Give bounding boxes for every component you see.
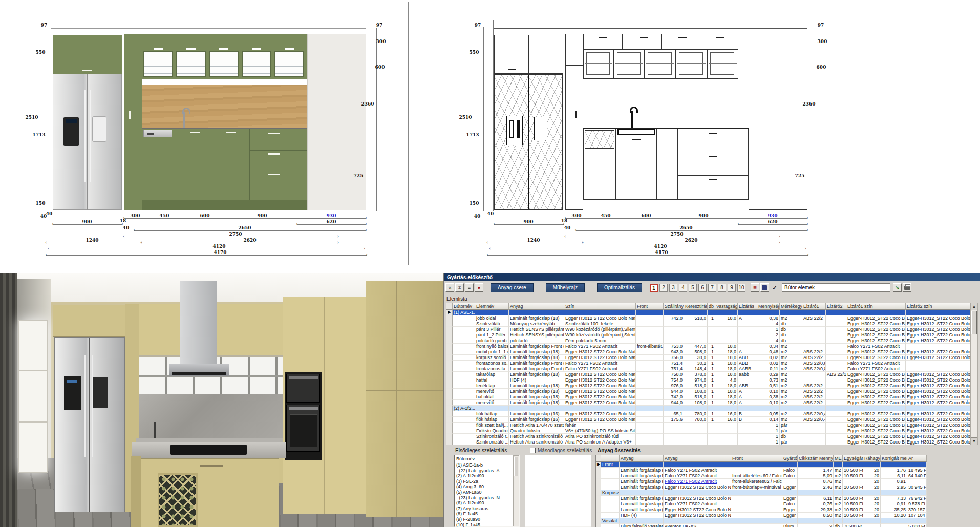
back-button[interactable]: « xyxy=(445,283,454,292)
column-header[interactable]: Vastagság xyxy=(715,303,738,310)
column-header[interactable]: Élzáró2 xyxy=(826,303,846,310)
column-header[interactable]: Egységár xyxy=(843,455,863,462)
list-item[interactable]: (4) Amg 3_60 xyxy=(455,484,519,490)
column-header[interactable]: Menny. xyxy=(818,455,834,462)
table-row[interactable]: pánt 1_2 PillérHettich SENSYS pillérpánt… xyxy=(446,332,970,338)
column-header[interactable]: Élzáró1 xyxy=(802,303,826,310)
table-row[interactable]: takarólapLaminált forgácslap (18)Egger H… xyxy=(446,372,970,377)
record-icon[interactable]: ● xyxy=(475,283,483,292)
furniture-listbox[interactable]: Bútornév (1) ASE-1a-b- (22) Lab_gyartas_… xyxy=(454,455,520,527)
table-row[interactable]: hátfalHDF (4)Egger H3012 ST22 Coco Bolo … xyxy=(446,377,970,383)
table-row[interactable]: mobil polc 1_1 ALaminált forgácslap (18)… xyxy=(446,349,970,355)
table-row[interactable]: Szinkronizáló r...Hettich Atira szinkron… xyxy=(446,434,970,439)
list-check-icon[interactable]: ≣ xyxy=(751,283,759,292)
page-button[interactable]: 8 xyxy=(718,284,726,292)
column-header[interactable]: Bútornév xyxy=(453,303,475,310)
table-row[interactable]: ▶(1) ASE-1... xyxy=(446,310,970,315)
table-row[interactable]: merevítőLaminált forgácslap (18)Egger H3… xyxy=(446,389,970,394)
table-row[interactable]: merevítőLaminált forgácslap (18)Egger H3… xyxy=(446,400,970,406)
scroll-up-icon[interactable]: ▲ xyxy=(971,303,977,310)
export-icon[interactable]: ↘ xyxy=(893,283,902,292)
table-row[interactable]: Fióksín QuadroQuadro fióksínV6+ (470/50 … xyxy=(446,428,970,434)
column-header[interactable]: Mennyiség xyxy=(757,303,780,310)
table-row[interactable]: SzintezőlábMűanyag szekrénylábSzintezőlá… xyxy=(446,321,970,327)
column-header[interactable]: Ár xyxy=(907,455,927,462)
column-header[interactable]: Keresztirány xyxy=(684,303,708,310)
page-button[interactable]: 10 xyxy=(737,284,745,292)
list-item[interactable]: (1) ASE-1a-b xyxy=(455,462,519,468)
material-swap-button[interactable]: Anyag csere xyxy=(491,283,534,292)
table-row[interactable]: ▶Front xyxy=(596,462,927,468)
table-row[interactable]: jobb oldalLaminált forgácslap (18)Egger … xyxy=(446,315,970,321)
column-header[interactable]: Cikkszám 1 xyxy=(798,455,818,462)
save-icon[interactable] xyxy=(760,283,769,292)
column-header[interactable]: Élzárás xyxy=(738,303,757,310)
page-button[interactable]: 1 xyxy=(650,284,658,292)
column-header[interactable]: ME xyxy=(834,455,843,462)
table-row[interactable]: (2) A-1f2... xyxy=(446,406,970,411)
column-header[interactable]: Mértékegység xyxy=(780,303,802,310)
page-button[interactable]: 4 xyxy=(679,284,687,292)
table-row[interactable]: Laminált forgácslap Front (18)Falco Y271… xyxy=(596,468,927,473)
table-row[interactable]: korpusz soroló ...Laminált forgácslap (1… xyxy=(446,355,970,361)
table-row[interactable]: Korpusz xyxy=(596,490,927,496)
table-row[interactable]: front nyíló balosLaminált forgácslap Fro… xyxy=(446,344,970,349)
scroll-down-icon[interactable]: ▼ xyxy=(971,437,977,445)
column-header[interactable]: Élzáró2 szín xyxy=(906,303,977,310)
table-row[interactable]: pánt 3 PillérHettich SENSYS pillérpántW9… xyxy=(446,327,970,332)
column-header[interactable]: Anyag xyxy=(664,455,731,462)
list-item[interactable]: (3) FSL-2a xyxy=(455,479,519,484)
column-header[interactable]: Elemnév xyxy=(475,303,509,310)
page-button[interactable]: 9 xyxy=(728,284,736,292)
column-header[interactable]: Szín xyxy=(564,303,636,310)
column-header[interactable]: Szálirány xyxy=(664,303,684,310)
print-icon[interactable] xyxy=(903,283,911,292)
table-row[interactable]: fiók hátlapLaminált forgácslap (16)Egger… xyxy=(446,411,970,417)
page-button[interactable]: 5 xyxy=(689,284,697,292)
list-item[interactable]: (7) Any-kosaras xyxy=(455,506,519,512)
category-combo[interactable]: Bútor elemek xyxy=(782,283,890,292)
table-row[interactable]: Laminált forgácslap Front (18)Falco Y271… xyxy=(596,473,927,479)
table-row[interactable]: fiók hátlapLaminált forgácslap (16)Egger… xyxy=(446,417,970,423)
listbox-scrollbar[interactable] xyxy=(513,455,519,526)
page-button[interactable]: 3 xyxy=(669,284,677,292)
column-header[interactable]: db xyxy=(708,303,715,310)
list-item[interactable]: (8) F-1a45 xyxy=(455,511,519,517)
page-button[interactable]: 7 xyxy=(708,284,716,292)
hourglass-icon[interactable]: ⧗ xyxy=(455,283,464,292)
table-row[interactable]: Blum felnyíló vasalatAventos HK-XSBlum2d… xyxy=(596,524,927,527)
column-header[interactable]: Front xyxy=(636,303,664,310)
table-row[interactable]: Laminált forgácslap (18)Falco Y271 FS02 … xyxy=(596,501,927,507)
scroll-thumb[interactable] xyxy=(971,311,977,334)
column-header[interactable]: Anyag xyxy=(509,303,564,310)
column-header[interactable]: Front xyxy=(731,455,782,462)
table-row[interactable]: Vasalat xyxy=(596,518,927,524)
optimize-button[interactable]: Optimalizálás xyxy=(597,283,642,292)
list-item[interactable]: (6) A-1f2mf90 xyxy=(455,500,519,506)
table-row[interactable]: frontazonos so...Laminált forgácslap Fro… xyxy=(446,361,970,366)
secondary-selection-checkbox[interactable] xyxy=(530,448,536,453)
page-button[interactable]: 2 xyxy=(659,284,668,292)
list-item[interactable]: - (23) Lab_gyartas_N... xyxy=(455,495,519,501)
table-row[interactable]: fenék lapLaminált forgácslap (18)Egger H… xyxy=(446,383,970,389)
table-row[interactable]: Szinkronizáló ...Hettich Atira szinkroni… xyxy=(446,439,970,445)
table-row[interactable]: fiók szett bal/j...Hettich Atira 176/470… xyxy=(446,423,970,428)
table-row[interactable]: Laminált forgácslap (16)Egger H3012 ST22… xyxy=(596,496,927,501)
menu-icon[interactable]: ≡ xyxy=(465,283,474,292)
column-header[interactable]: Anyag xyxy=(620,455,664,462)
column-header[interactable]: Korrigált mennyiség xyxy=(881,455,907,462)
list-item[interactable]: - (22) Lab_gyartas_A... xyxy=(455,468,519,474)
table-row[interactable]: Laminált forgácslap (18)Egger H3012 ST22… xyxy=(596,507,927,513)
table-row[interactable]: Laminált forgácslap Front (18)Egger H301… xyxy=(596,484,927,490)
workshop-drawing-button[interactable]: Műhelyrajz xyxy=(546,283,585,292)
table-row[interactable]: frontazonos ta...Laminált forgácslap Fro… xyxy=(446,366,970,372)
table-row[interactable]: HDF (4)Egger H3012 ST22 Coco Bolo NatúrE… xyxy=(596,513,927,518)
column-header[interactable]: Élzáró1 szín xyxy=(846,303,906,310)
list-item[interactable]: (5) AM-1a60 xyxy=(455,490,519,495)
table-row[interactable]: bal oldalLaminált forgácslap (18)Egger H… xyxy=(446,394,970,400)
list-item[interactable]: (9) F-2ua90 xyxy=(455,517,519,522)
column-header[interactable]: Gyártó xyxy=(782,455,798,462)
list-item[interactable]: (10) F-1a45 xyxy=(455,522,519,527)
secondary-listbox[interactable] xyxy=(525,455,591,527)
list-item[interactable]: (2) A-1f2mf90 xyxy=(455,473,519,479)
